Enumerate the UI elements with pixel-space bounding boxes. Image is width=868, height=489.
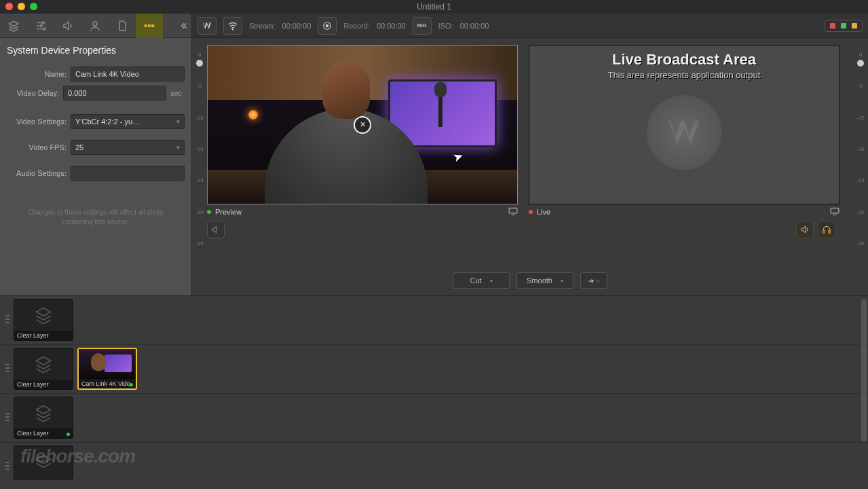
audio-settings-label: Audio Settings:: [7, 169, 67, 177]
name-input[interactable]: [71, 67, 185, 82]
window-controls: [5, 3, 37, 10]
layers-icon: [14, 300, 73, 331]
sliders-tab-icon[interactable]: [27, 14, 54, 38]
go-button[interactable]: ➔○: [580, 272, 607, 289]
svg-point-7: [232, 29, 233, 29]
shot-caption: Clear Layer: [14, 429, 73, 438]
svg-rect-12: [823, 230, 825, 233]
row-drag-handle[interactable]: [5, 299, 10, 340]
transition-cut-label: Cut: [470, 276, 481, 285]
transition-cut-select[interactable]: Cut▾: [453, 272, 510, 289]
app-logo-icon[interactable]: [197, 17, 216, 35]
record-label: Record:: [343, 22, 370, 30]
chevron-down-icon: ▾: [561, 278, 563, 284]
fps-value: 25: [75, 143, 83, 151]
iso-label: ISO:: [438, 22, 453, 30]
shot-clear-layer[interactable]: Clear Layer: [14, 299, 73, 341]
status-dot-red: [829, 22, 836, 29]
stream-label: Stream:: [249, 22, 276, 30]
svg-point-9: [326, 24, 329, 27]
row-drag-handle[interactable]: [5, 348, 10, 388]
shot-caption: Clear Layer: [14, 380, 73, 389]
layer-row[interactable]: Clear Layer: [0, 296, 868, 345]
shot-camera-selected[interactable]: Cam Link 4K Vide: [77, 348, 137, 390]
layers-tab-icon[interactable]: [0, 14, 27, 38]
audio-meter-left[interactable]: 0-6-12-18-24-30-36: [192, 38, 207, 267]
close-icon[interactable]: [5, 3, 13, 10]
video-settings-select[interactable]: Y'CbCr 4:2:2 - yu… ▾: [71, 114, 185, 129]
properties-panel: System Device Properties Name: Video Del…: [0, 14, 192, 295]
transition-smooth-select[interactable]: Smooth▾: [516, 272, 573, 289]
row-drag-handle[interactable]: [5, 397, 10, 437]
row-drag-handle[interactable]: [5, 446, 10, 486]
delay-unit: sec: [170, 89, 185, 97]
document-tab-icon[interactable]: [109, 14, 136, 38]
maximize-icon[interactable]: [30, 3, 37, 10]
svg-rect-10: [509, 208, 517, 213]
fps-label: Video FPS:: [7, 143, 67, 151]
panel-tabs: [0, 14, 191, 38]
window-title: Untitled 1: [417, 2, 451, 12]
meter-ticks-left: 0-6-12-18-24-30-36: [192, 52, 207, 247]
live-label: Live: [529, 207, 839, 217]
layers-icon: [14, 348, 73, 380]
live-label-text: Live: [537, 208, 550, 216]
display-icon[interactable]: [508, 207, 518, 217]
shot-clear-layer[interactable]: Clear Layer: [14, 397, 73, 439]
panel-title: System Device Properties: [0, 38, 191, 60]
preview-label: Preview: [207, 207, 518, 217]
mute-preview-button[interactable]: [207, 221, 225, 238]
status-dot-green: [840, 22, 847, 29]
svg-point-6: [152, 24, 154, 26]
transform-handle-center[interactable]: ✕: [354, 116, 371, 134]
collapse-panel-icon[interactable]: [175, 21, 191, 31]
iso-time: 00:00:00: [460, 22, 489, 30]
video-settings-value: Y'CbCr 4:2:2 - yu…: [75, 117, 140, 126]
preview-canvas[interactable]: ✕ ➤: [207, 45, 518, 204]
layers-icon: [14, 397, 73, 429]
transition-smooth-label: Smooth: [527, 276, 552, 285]
live-indicator-icon: [130, 383, 133, 386]
live-dot-icon: [529, 210, 533, 214]
transition-bar: Cut▾ Smooth▾ ➔○: [192, 267, 868, 295]
preview-label-text: Preview: [215, 208, 242, 216]
meter-ticks-right: 0-6-12-18-24-30-36: [853, 52, 868, 247]
profile-tab-icon[interactable]: [81, 14, 109, 38]
iso-button[interactable]: ISO: [413, 17, 432, 35]
watermark-text: filehorse.com: [20, 446, 135, 467]
shot-caption: Clear Layer: [14, 331, 73, 340]
window-titlebar: Untitled 1: [0, 0, 868, 14]
display-icon[interactable]: [830, 207, 839, 217]
audio-meter-right[interactable]: 0-6-12-18-24-30-36: [853, 38, 868, 267]
status-dot-yellow: [851, 22, 858, 29]
shot-clear-layer[interactable]: Clear Layer: [14, 348, 73, 390]
fps-select[interactable]: 25 ▾: [71, 140, 185, 155]
live-canvas[interactable]: Live Broadcast Area This area represents…: [529, 45, 839, 204]
preview-dot-icon: [207, 210, 211, 214]
svg-point-5: [145, 24, 147, 26]
wifi-icon[interactable]: [223, 17, 242, 35]
delay-label: Video Delay:: [7, 89, 59, 97]
name-label: Name:: [7, 70, 67, 78]
audio-settings-select[interactable]: [71, 166, 185, 181]
monitor-audio-button[interactable]: [796, 221, 814, 238]
delay-input[interactable]: [63, 86, 166, 101]
svg-point-2: [43, 28, 45, 30]
panel-hint: Changes to these settings will affect al…: [0, 208, 191, 227]
svg-point-4: [149, 24, 151, 26]
minimize-icon[interactable]: [18, 3, 25, 10]
source-tab-icon[interactable]: [136, 14, 163, 38]
vertical-scrollbar[interactable]: [861, 299, 867, 441]
headphones-button[interactable]: [818, 221, 835, 238]
layer-row[interactable]: Clear Layer Cam Link 4K Vide: [0, 345, 868, 394]
video-settings-label: Video Settings:: [7, 117, 67, 126]
audio-tab-icon[interactable]: [54, 14, 81, 38]
status-indicator[interactable]: [825, 20, 863, 32]
record-time: 00:00:00: [377, 22, 406, 30]
live-broadcast-subtitle: This area represents application output: [529, 70, 839, 80]
svg-rect-13: [829, 230, 830, 233]
record-button-icon[interactable]: [318, 17, 337, 35]
shot-thumbnail: [79, 349, 136, 379]
layer-row[interactable]: Clear Layer: [0, 394, 868, 443]
stream-time: 00:00:00: [282, 22, 312, 30]
